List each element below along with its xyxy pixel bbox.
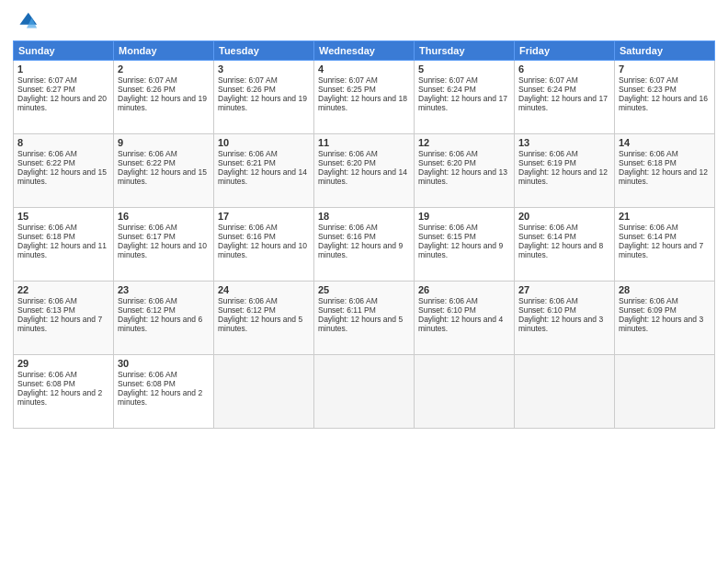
table-row: 27 Sunrise: 6:06 AM Sunset: 6:10 PM Dayl… <box>515 282 615 355</box>
sunrise-label: Sunrise: 6:06 AM <box>118 223 177 232</box>
table-row: 20 Sunrise: 6:06 AM Sunset: 6:14 PM Dayl… <box>515 208 615 282</box>
sunrise-label: Sunrise: 6:06 AM <box>418 149 478 158</box>
sunset-label: Sunset: 6:17 PM <box>118 232 176 241</box>
sunrise-label: Sunrise: 6:06 AM <box>418 296 478 305</box>
sunrise-label: Sunrise: 6:07 AM <box>619 75 678 85</box>
day-number: 23 <box>118 284 210 295</box>
sunrise-label: Sunrise: 6:06 AM <box>17 296 77 305</box>
table-row: 29 Sunrise: 6:06 AM Sunset: 6:08 PM Dayl… <box>14 355 114 429</box>
table-row: 7 Sunrise: 6:07 AM Sunset: 6:23 PM Dayli… <box>615 61 715 134</box>
sunset-label: Sunset: 6:20 PM <box>418 158 476 167</box>
daylight-label: Daylight: 12 hours and 9 minutes. <box>418 241 503 259</box>
calendar-row: 1 Sunrise: 6:07 AM Sunset: 6:27 PM Dayli… <box>14 61 715 134</box>
sunrise-label: Sunrise: 6:06 AM <box>118 149 177 158</box>
day-number: 12 <box>418 137 510 148</box>
calendar-table: Sunday Monday Tuesday Wednesday Thursday… <box>13 40 715 429</box>
table-row: 30 Sunrise: 6:06 AM Sunset: 6:08 PM Dayl… <box>114 355 214 429</box>
table-row: 26 Sunrise: 6:06 AM Sunset: 6:10 PM Dayl… <box>415 282 515 355</box>
daylight-label: Daylight: 12 hours and 13 minutes. <box>418 167 507 186</box>
sunrise-label: Sunrise: 6:06 AM <box>518 149 578 158</box>
sunrise-label: Sunrise: 6:06 AM <box>619 149 678 158</box>
day-number: 15 <box>17 211 109 222</box>
daylight-label: Daylight: 12 hours and 12 minutes. <box>518 167 608 186</box>
daylight-label: Daylight: 12 hours and 5 minutes. <box>218 315 302 333</box>
daylight-label: Daylight: 12 hours and 10 minutes. <box>118 241 207 259</box>
sunrise-label: Sunrise: 6:06 AM <box>318 149 378 158</box>
day-number: 16 <box>118 211 210 222</box>
table-row: 14 Sunrise: 6:06 AM Sunset: 6:18 PM Dayl… <box>615 134 715 208</box>
daylight-label: Daylight: 12 hours and 9 minutes. <box>318 241 403 259</box>
day-number: 5 <box>418 63 510 75</box>
table-row: 5 Sunrise: 6:07 AM Sunset: 6:24 PM Dayli… <box>415 61 515 134</box>
day-number: 17 <box>218 211 310 222</box>
daylight-label: Daylight: 12 hours and 5 minutes. <box>318 315 403 333</box>
sunset-label: Sunset: 6:24 PM <box>418 85 476 94</box>
sunset-label: Sunset: 6:08 PM <box>118 379 176 388</box>
calendar-row: 8 Sunrise: 6:06 AM Sunset: 6:22 PM Dayli… <box>14 134 715 208</box>
sunrise-label: Sunrise: 6:06 AM <box>17 370 77 379</box>
table-row: 24 Sunrise: 6:06 AM Sunset: 6:12 PM Dayl… <box>214 282 314 355</box>
day-number: 29 <box>17 358 109 369</box>
sunrise-label: Sunrise: 6:07 AM <box>17 75 77 85</box>
sunrise-label: Sunrise: 6:06 AM <box>619 223 678 232</box>
sunrise-label: Sunrise: 6:06 AM <box>619 296 678 305</box>
sunset-label: Sunset: 6:12 PM <box>218 305 276 315</box>
col-monday: Monday <box>114 41 214 61</box>
sunset-label: Sunset: 6:25 PM <box>318 85 376 94</box>
sunset-label: Sunset: 6:16 PM <box>218 232 276 241</box>
day-number: 13 <box>518 137 610 148</box>
day-number: 9 <box>118 137 210 148</box>
daylight-label: Daylight: 12 hours and 19 minutes. <box>218 94 307 112</box>
table-row: 25 Sunrise: 6:06 AM Sunset: 6:11 PM Dayl… <box>314 282 415 355</box>
daylight-label: Daylight: 12 hours and 12 minutes. <box>619 167 708 186</box>
daylight-label: Daylight: 12 hours and 2 minutes. <box>17 388 102 407</box>
day-number: 22 <box>17 284 109 295</box>
table-row: 28 Sunrise: 6:06 AM Sunset: 6:09 PM Dayl… <box>615 282 715 355</box>
daylight-label: Daylight: 12 hours and 6 minutes. <box>118 315 202 333</box>
col-saturday: Saturday <box>615 41 715 61</box>
daylight-label: Daylight: 12 hours and 19 minutes. <box>118 94 207 112</box>
sunset-label: Sunset: 6:26 PM <box>118 85 176 94</box>
logo <box>13 9 42 35</box>
day-number: 11 <box>318 137 410 148</box>
sunset-label: Sunset: 6:21 PM <box>218 158 276 167</box>
weekday-header-row: Sunday Monday Tuesday Wednesday Thursday… <box>14 41 715 61</box>
sunrise-label: Sunrise: 6:06 AM <box>218 223 278 232</box>
page: Sunday Monday Tuesday Wednesday Thursday… <box>0 0 728 563</box>
sunrise-label: Sunrise: 6:06 AM <box>218 149 278 158</box>
day-number: 30 <box>118 358 210 369</box>
sunset-label: Sunset: 6:14 PM <box>619 232 677 241</box>
day-number: 18 <box>318 211 410 222</box>
sunrise-label: Sunrise: 6:07 AM <box>218 75 278 85</box>
sunrise-label: Sunrise: 6:06 AM <box>118 370 177 379</box>
svg-marker-0 <box>19 13 37 25</box>
table-row: 8 Sunrise: 6:06 AM Sunset: 6:22 PM Dayli… <box>14 134 114 208</box>
day-number: 8 <box>17 137 109 148</box>
day-number: 4 <box>318 63 410 75</box>
calendar-row: 29 Sunrise: 6:06 AM Sunset: 6:08 PM Dayl… <box>14 355 715 429</box>
sunrise-label: Sunrise: 6:06 AM <box>418 223 478 232</box>
day-number: 24 <box>218 284 310 295</box>
day-number: 1 <box>17 63 109 75</box>
daylight-label: Daylight: 12 hours and 10 minutes. <box>218 241 307 259</box>
sunset-label: Sunset: 6:18 PM <box>17 232 75 241</box>
day-number: 2 <box>118 63 210 75</box>
table-row: 13 Sunrise: 6:06 AM Sunset: 6:19 PM Dayl… <box>515 134 615 208</box>
table-row: 23 Sunrise: 6:06 AM Sunset: 6:12 PM Dayl… <box>114 282 214 355</box>
table-row: 10 Sunrise: 6:06 AM Sunset: 6:21 PM Dayl… <box>214 134 314 208</box>
sunrise-label: Sunrise: 6:06 AM <box>17 223 77 232</box>
sunrise-label: Sunrise: 6:06 AM <box>218 296 278 305</box>
table-row: 15 Sunrise: 6:06 AM Sunset: 6:18 PM Dayl… <box>14 208 114 282</box>
daylight-label: Daylight: 12 hours and 7 minutes. <box>619 241 703 259</box>
daylight-label: Daylight: 12 hours and 2 minutes. <box>118 388 202 407</box>
table-row: 16 Sunrise: 6:06 AM Sunset: 6:17 PM Dayl… <box>114 208 214 282</box>
daylight-label: Daylight: 12 hours and 14 minutes. <box>318 167 407 186</box>
table-row: 2 Sunrise: 6:07 AM Sunset: 6:26 PM Dayli… <box>114 61 214 134</box>
sunrise-label: Sunrise: 6:07 AM <box>318 75 378 85</box>
sunset-label: Sunset: 6:14 PM <box>518 232 576 241</box>
col-sunday: Sunday <box>14 41 114 61</box>
day-number: 14 <box>619 137 711 148</box>
col-wednesday: Wednesday <box>314 41 415 61</box>
daylight-label: Daylight: 12 hours and 20 minutes. <box>17 94 107 112</box>
table-row: 21 Sunrise: 6:06 AM Sunset: 6:14 PM Dayl… <box>615 208 715 282</box>
